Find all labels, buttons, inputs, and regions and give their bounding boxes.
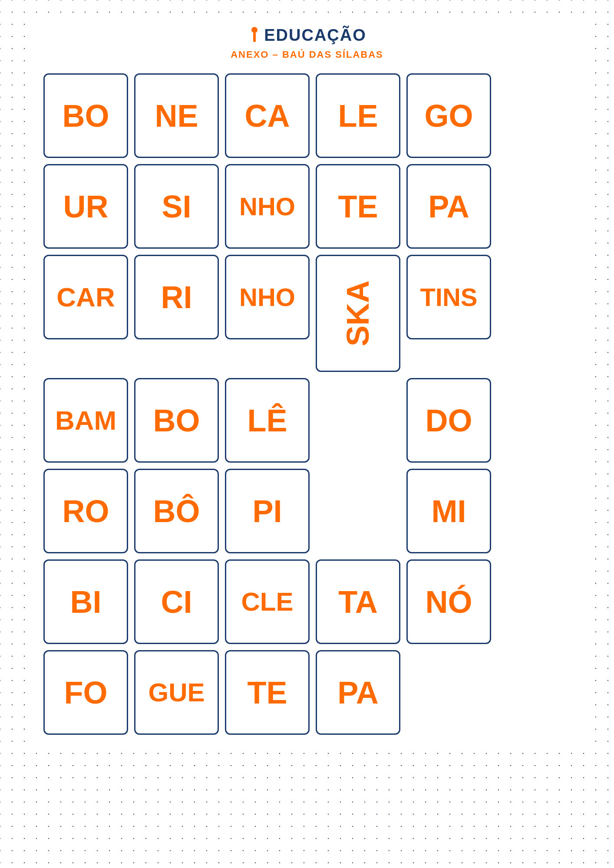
syllable-text: NHO [239,194,295,219]
syllable-box: UR [43,164,128,249]
grid-row-1: BO NE CA LE GO [43,73,571,158]
grid-row-3: CAR RI NHO SKA TINS [43,255,571,372]
syllable-text: BO [63,100,109,132]
syllable-text: CA [245,100,290,132]
syllable-text: MI [432,496,466,527]
syllable-box: NHO [225,255,310,339]
logo-text: EDUCAÇÃO [264,26,366,45]
syllable-box: SI [134,164,219,249]
syllable-box: GO [406,73,491,158]
syllable-box: CI [134,559,219,644]
syllable-text: UR [63,191,109,222]
grid-row-5: RO BÔ PI MI [43,469,571,553]
syllable-box: BO [43,73,128,158]
syllable-box: TINS [406,255,491,339]
syllable-box: MI [406,469,491,553]
syllable-box: DO [406,378,491,463]
syllable-text: BÔ [153,496,200,527]
svg-rect-1 [253,33,256,42]
syllable-box: RO [43,469,128,553]
syllable-box: TE [316,164,400,249]
subtitle: ANEXO – BAÚ DAS SÍLABAS [231,49,383,60]
syllable-text: RO [63,496,109,527]
syllable-box: CAR [43,255,128,339]
grid-row-6: BI CI CLE TA NÓ [43,559,571,644]
syllable-box: BÔ [134,469,219,553]
syllable-box: GUE [134,650,219,735]
syllable-box: PA [406,164,491,249]
syllable-box: TE [225,650,310,735]
syllable-box: NÓ [406,559,491,644]
syllable-text: CLE [241,589,294,615]
syllable-text: TINS [420,285,477,310]
content-area: EDUCAÇÃO ANEXO – BAÚ DAS SÍLABAS BO NE C… [26,13,588,752]
syllable-box: FO [43,650,128,735]
syllable-text: DO [426,405,472,436]
syllable-box-ska: SKA [316,255,400,372]
syllable-text: LÊ [247,405,287,436]
syllable-text: BO [153,405,200,436]
header: EDUCAÇÃO ANEXO – BAÚ DAS SÍLABAS [43,26,571,60]
syllable-box: BI [43,559,128,644]
syllable-text: NHO [239,285,295,310]
syllable-box: CA [225,73,310,158]
syllable-text: NÓ [426,586,472,618]
syllable-text: BAM [55,407,116,434]
syllable-box: LÊ [225,378,310,463]
syllable-text: NE [155,100,198,132]
grid-row-2: UR SI NHO TE PA [43,164,571,249]
syllable-box: NE [134,73,219,158]
syllable-box: PA [316,650,400,735]
syllable-text: TA [338,586,378,618]
syllable-text: BI [70,586,102,618]
syllable-box: BAM [43,378,128,463]
syllable-text: PA [428,191,469,222]
grid-row-4: BAM BO LÊ DO [43,378,571,463]
syllable-box: NHO [225,164,310,249]
syllable-text: SI [162,191,191,222]
syllable-text: PI [252,496,282,527]
syllable-text: SKA [342,280,373,346]
logo-row: EDUCAÇÃO [248,26,366,45]
syllable-box: BO [134,378,219,463]
syllable-text: PA [337,677,379,708]
syllable-text: LE [338,100,378,132]
syllable-grid: BO NE CA LE GO UR [43,73,571,735]
syllable-text: RI [161,282,192,313]
syllable-text: TE [247,677,287,708]
syllable-box: CLE [225,559,310,644]
syllable-text: TE [338,191,378,222]
grid-row-7: FO GUE TE PA [43,650,571,735]
syllable-box: LE [316,73,400,158]
syllable-text: GO [424,100,473,132]
syllable-text: GUE [148,680,205,706]
syllable-box: TA [316,559,400,644]
syllable-text: CI [161,586,192,618]
syllable-box: RI [134,255,219,339]
svg-point-0 [251,27,257,33]
syllable-text: CAR [56,284,115,311]
syllable-box: PI [225,469,310,553]
page: EDUCAÇÃO ANEXO – BAÚ DAS SÍLABAS BO NE C… [0,0,614,868]
syllable-text: FO [64,677,108,708]
logo-icon [248,27,261,44]
